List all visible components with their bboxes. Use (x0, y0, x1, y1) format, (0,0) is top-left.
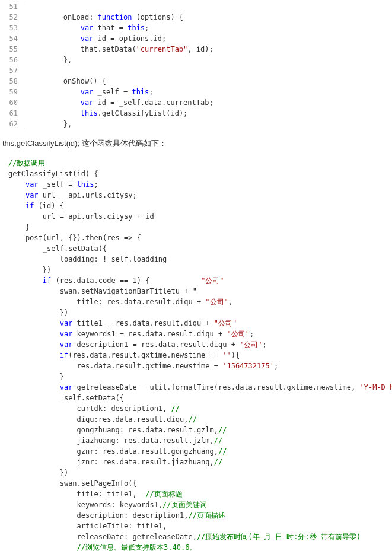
code-token (29, 98, 81, 107)
code-line: swan.setPageInfo({ (8, 478, 392, 489)
code-line: diqu:res.data.result.diqu,// (8, 414, 392, 425)
code-token: //原始发布时间(年-月-日 时:分:秒 带有前导零) (197, 533, 361, 541)
code-token (8, 351, 60, 359)
code-token: //页面关键词 (162, 501, 206, 509)
code-line: var keywords1 = res.data.result.diqu + "… (8, 329, 392, 339)
code-line: this.getClassifyList(id); (29, 108, 213, 119)
code-token: var (81, 88, 94, 96)
code-token (29, 34, 81, 43)
line-number: 58 (5, 76, 18, 87)
code-token: // (218, 426, 227, 434)
code-token: swan.setPageInfo({ (8, 479, 137, 488)
code-token: title: res.data.result.diqu + (8, 298, 205, 306)
code-token: ; (274, 362, 278, 370)
code-token: if (43, 276, 51, 285)
code-line: var id = options.id; (29, 33, 213, 44)
code-token: title1 = res.data.result.diqu + (72, 319, 213, 327)
code-line: url = api.urls.citysy + id (8, 211, 392, 222)
code-token: } (8, 372, 64, 381)
code-line (29, 65, 213, 76)
code-token: // (171, 405, 180, 413)
code-token: ; (263, 340, 267, 349)
code-line: _self.setData({ (8, 393, 392, 403)
code-token: (id) { (34, 202, 64, 210)
code-token: (options) { (132, 13, 183, 21)
code-line: var url = api.urls.citysy; (8, 190, 392, 200)
code-token: var (60, 330, 73, 338)
code-line: description: description1,//页面描述 (8, 510, 392, 521)
code-token: this (128, 24, 145, 32)
code-token: res.data.result.gxtime.newstime = (8, 362, 222, 370)
code-token: var (26, 191, 39, 199)
code-token: '1564732175' (222, 362, 274, 370)
code-line: loadding: !_self.loadding (8, 254, 392, 265)
code-token: id = _self.data.currentTab; (93, 98, 213, 107)
code-token: onShow() { (29, 77, 106, 85)
code-token: "currentTab" (136, 45, 188, 53)
code-line: releaseDate: getreleaseDate,//原始发布时间(年-月… (8, 531, 392, 542)
code-token (8, 191, 26, 199)
line-number: 55 (5, 44, 18, 55)
code-token: this (81, 109, 98, 117)
code-token: //数据调用 (8, 159, 45, 167)
code-block-snippet-1: 515253545556575859606162 onLoad: functio… (0, 0, 392, 129)
line-number: 52 (5, 12, 18, 23)
code-token: '' (222, 351, 231, 359)
code-token: jznr: res.data.result.jiazhuang, (8, 458, 214, 466)
code-token (8, 340, 60, 349)
code-token: "公司" (227, 330, 249, 338)
code-line: }) (8, 467, 392, 478)
code-token (8, 383, 60, 391)
code-token: var (26, 180, 39, 189)
code-token (8, 330, 60, 338)
code-token: //页面标题 (145, 490, 182, 498)
code-token (8, 276, 43, 285)
code-token: // (214, 458, 222, 466)
code-token: }) (8, 308, 68, 317)
code-line: jiazhuang: res.data.result.jzlm,// (8, 435, 392, 446)
code-token: diqu:res.data.result.diqu, (8, 415, 188, 423)
code-token: id = options.id; (93, 34, 166, 43)
code-line: gznr: res.data.result.gongzhuang,// (8, 446, 392, 457)
line-number: 62 (5, 119, 18, 129)
line-number: 54 (5, 33, 18, 44)
code-token: title: title1, (8, 490, 145, 498)
code-token: }) (8, 469, 68, 477)
code-token: _self.setData({ (8, 244, 107, 253)
code-line: if(res.data.result.gxtime.newstime == ''… (8, 350, 392, 361)
code-token: gznr: res.data.result.gongzhuang, (8, 447, 218, 456)
code-token: url = api.urls.citysy; (39, 191, 137, 199)
code-line: var description1 = res.data.result.diqu … (8, 339, 392, 350)
code-token (8, 180, 26, 189)
code-line: post(url, {}).then(res => { (8, 232, 392, 243)
code-token: releaseDate: getreleaseDate, (8, 533, 197, 541)
code-line: }, (29, 119, 213, 129)
code-token: var (81, 24, 94, 32)
code-line (29, 1, 213, 12)
code-token: var (81, 34, 94, 43)
code-line: }) (8, 307, 392, 318)
code-line: that.setData("currentTab", id); (29, 44, 213, 55)
code-token: var (60, 340, 73, 349)
code-line: title: res.data.result.diqu + "公司", (8, 297, 392, 307)
line-number-gutter: 515253545556575859606162 (0, 1, 24, 129)
code-line: var title1 = res.data.result.diqu + "公司" (8, 318, 392, 329)
line-number: 56 (5, 55, 18, 65)
code-block-snippet-2: //数据调用getClassifyList(id) { var _self = … (0, 155, 392, 552)
code-token: }, (29, 120, 72, 128)
code-line: if (res.data.code == 1) { "公司" (8, 275, 392, 286)
code-line: } (8, 222, 392, 232)
code-token: "公司" (201, 276, 224, 285)
code-line: articleTitle: title1, (8, 521, 392, 531)
code-token: var (60, 319, 73, 327)
code-token: '公司' (240, 340, 262, 349)
code-line: getClassifyList(id) { (8, 168, 392, 179)
code-token (29, 24, 81, 32)
line-number: 53 (5, 23, 18, 33)
code-line: }) (8, 265, 392, 275)
code-token: if (60, 351, 68, 359)
code-token: _self.setData({ (8, 394, 124, 402)
code-token: keywords1 = res.data.result.diqu + (72, 330, 227, 338)
code-line: swan.setNavigationBarTitletu + " (8, 286, 392, 297)
code-token: jiazhuang: res.data.result.jzlm, (8, 437, 214, 445)
